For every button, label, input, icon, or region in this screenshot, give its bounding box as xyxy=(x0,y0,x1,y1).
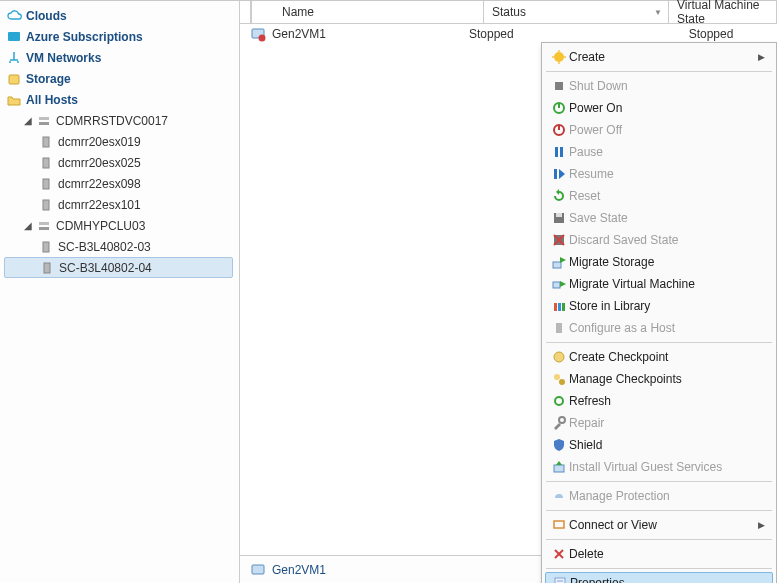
mi-shutdown[interactable]: Shut Down xyxy=(545,75,773,97)
server-icon xyxy=(38,197,54,213)
mi-reset[interactable]: Reset xyxy=(545,185,773,207)
mi-label: Discard Saved State xyxy=(569,233,769,247)
tree-allhosts[interactable]: All Hosts xyxy=(4,89,239,110)
mi-label: Delete xyxy=(569,547,769,561)
tree-label: Azure Subscriptions xyxy=(26,29,143,45)
grid-header-spacer xyxy=(240,1,251,23)
tree-host[interactable]: SC-B3L40802-03 xyxy=(4,236,239,257)
tree-label: dcmrr20esx019 xyxy=(58,134,141,150)
cell-vmstate: Stopped xyxy=(645,27,777,41)
grid-body: Gen2VM1 Stopped Stopped Create Shut Down xyxy=(240,24,777,555)
mi-label: Connect or View xyxy=(569,518,758,532)
svg-rect-0 xyxy=(8,32,20,41)
mi-installguest[interactable]: Install Virtual Guest Services xyxy=(545,456,773,478)
tree-label: CDMRRSTDVC0017 xyxy=(56,113,168,129)
svg-rect-5 xyxy=(43,158,49,168)
mi-label: Shield xyxy=(569,438,769,452)
mi-label: Install Virtual Guest Services xyxy=(569,460,769,474)
protection-icon xyxy=(549,488,569,504)
vm-grid-panel: Name Status Virtual Machine State Gen2VM… xyxy=(240,1,777,583)
connect-icon xyxy=(549,517,569,533)
app-window: Clouds Azure Subscriptions VM Networks S… xyxy=(0,0,777,583)
mi-label: Create xyxy=(569,50,758,64)
mi-repair[interactable]: Repair xyxy=(545,412,773,434)
expander-icon[interactable]: ◢ xyxy=(22,115,34,127)
tree-label: Storage xyxy=(26,71,71,87)
svg-rect-38 xyxy=(554,303,557,311)
tree-host[interactable]: dcmrr22esx098 xyxy=(4,173,239,194)
mi-manageprot[interactable]: Manage Protection xyxy=(545,485,773,507)
tree-cluster-1[interactable]: ◢ CDMRRSTDVC0017 xyxy=(4,110,239,131)
server-icon xyxy=(39,260,55,276)
svg-rect-36 xyxy=(553,282,560,288)
mi-confighost[interactable]: Configure as a Host xyxy=(545,317,773,339)
mi-poweron[interactable]: Power On xyxy=(545,97,773,119)
migrate-storage-icon xyxy=(549,254,569,270)
mi-storelib[interactable]: Store in Library xyxy=(545,295,773,317)
mi-shield[interactable]: Shield xyxy=(545,434,773,456)
mi-label: Refresh xyxy=(569,394,769,408)
mi-create[interactable]: Create xyxy=(545,46,773,68)
svg-rect-7 xyxy=(43,200,49,210)
menu-separator xyxy=(546,342,772,343)
tree-host-selected[interactable]: SC-B3L40802-04 xyxy=(4,257,233,278)
mi-label: Power On xyxy=(569,101,769,115)
mi-pause[interactable]: Pause xyxy=(545,141,773,163)
tree-label: VM Networks xyxy=(26,50,101,66)
mi-managecp[interactable]: Manage Checkpoints xyxy=(545,368,773,390)
svg-rect-6 xyxy=(43,179,49,189)
vm-name: Gen2VM1 xyxy=(272,27,326,41)
mi-savestate[interactable]: Save State xyxy=(545,207,773,229)
tree-label: CDMHYPCLU03 xyxy=(56,218,145,234)
tree-label: SC-B3L40802-04 xyxy=(59,260,152,276)
mi-label: Repair xyxy=(569,416,769,430)
svg-marker-27 xyxy=(559,169,565,179)
tree-host[interactable]: dcmrr20esx019 xyxy=(4,131,239,152)
delete-icon xyxy=(549,546,569,562)
refresh-icon xyxy=(549,393,569,409)
tree-clouds[interactable]: Clouds xyxy=(4,5,239,26)
tree-host[interactable]: dcmrr20esx025 xyxy=(4,152,239,173)
mi-label: Migrate Virtual Machine xyxy=(569,277,769,291)
header-text: Status xyxy=(492,5,526,19)
install-guest-icon xyxy=(549,459,569,475)
mi-migvm[interactable]: Migrate Virtual Machine xyxy=(545,273,773,295)
mi-poweroff[interactable]: Power Off xyxy=(545,119,773,141)
mi-resume[interactable]: Resume xyxy=(545,163,773,185)
vm-stopped-icon xyxy=(250,26,266,42)
mi-createcp[interactable]: Create Checkpoint xyxy=(545,346,773,368)
mi-properties[interactable]: Properties xyxy=(545,572,773,583)
svg-rect-3 xyxy=(39,122,49,125)
tree-azure[interactable]: Azure Subscriptions xyxy=(4,26,239,47)
mi-connect[interactable]: Connect or View xyxy=(545,514,773,536)
svg-marker-28 xyxy=(556,189,559,195)
network-icon xyxy=(6,50,22,66)
expander-icon[interactable]: ◢ xyxy=(22,220,34,232)
svg-rect-4 xyxy=(43,137,49,147)
mi-migstorage[interactable]: Migrate Storage xyxy=(545,251,773,273)
grid-header-name[interactable]: Name xyxy=(251,1,484,23)
grid-header-status[interactable]: Status xyxy=(484,1,669,23)
grid-header-vmstate[interactable]: Virtual Machine State xyxy=(669,1,777,23)
svg-marker-37 xyxy=(560,281,566,287)
tree-host[interactable]: dcmrr22esx101 xyxy=(4,194,239,215)
tree-vmnetworks[interactable]: VM Networks xyxy=(4,47,239,68)
tree-cluster-2[interactable]: ◢ CDMHYPCLU03 xyxy=(4,215,239,236)
tree-label: Clouds xyxy=(26,8,67,24)
mi-label: Reset xyxy=(569,189,769,203)
mi-delete[interactable]: Delete xyxy=(545,543,773,565)
tree-storage[interactable]: Storage xyxy=(4,68,239,89)
mi-discard[interactable]: Discard Saved State xyxy=(545,229,773,251)
svg-point-13 xyxy=(259,35,266,42)
svg-rect-24 xyxy=(555,147,558,157)
svg-rect-26 xyxy=(554,169,557,179)
mi-label: Save State xyxy=(569,211,769,225)
manage-checkpoints-icon xyxy=(549,371,569,387)
server-icon xyxy=(38,239,54,255)
svg-marker-47 xyxy=(556,461,562,465)
svg-point-45 xyxy=(559,417,565,423)
repair-icon xyxy=(549,415,569,431)
svg-rect-48 xyxy=(554,521,564,528)
mi-refresh[interactable]: Refresh xyxy=(545,390,773,412)
grid-header-row: Name Status Virtual Machine State xyxy=(240,1,777,24)
